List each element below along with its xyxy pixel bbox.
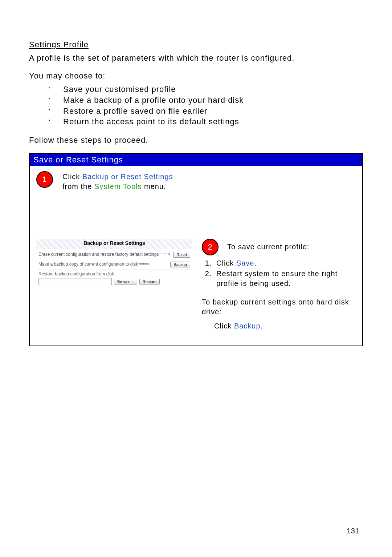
text: Click	[62, 173, 82, 181]
link-backup: Backup	[234, 322, 261, 330]
panel-row-label: Restore backup configuration from disk	[38, 271, 190, 277]
link-backup-or-reset: Backup or Reset Settings	[82, 173, 173, 181]
menu-system-tools: System Tools	[94, 182, 142, 190]
save-steps-list: Click Save. Restart system to ensure the…	[214, 258, 356, 288]
panel-row-label: Make a backup copy of current configurat…	[38, 262, 168, 267]
panel-row-label: Erase current configuration and restore …	[38, 252, 171, 257]
text: Click	[216, 259, 236, 267]
reset-button[interactable]: Reset	[173, 252, 190, 258]
instruction-box: Save or Reset Settings 1 Click Backup or…	[29, 153, 363, 346]
panel-row-backup: Make a backup copy of current configurat…	[38, 260, 191, 270]
list-item: Restart system to ensure the right profi…	[214, 269, 356, 288]
step-1-text: Click Backup or Reset Settings from the …	[62, 172, 173, 191]
link-save: Save	[236, 259, 254, 267]
step-2: 2 To save current profile: Click Save. R…	[202, 239, 356, 331]
panel-row-reset: Erase current configuration and restore …	[38, 250, 191, 260]
file-path-input[interactable]	[38, 278, 112, 285]
backup-step: Click Backup.	[214, 321, 356, 331]
text: menu.	[142, 182, 166, 190]
backup-intro: To backup current settings onto hard dis…	[202, 297, 356, 317]
panel-title: Backup or Reset Settings	[36, 239, 192, 249]
list-item: Make a backup of a profile onto your har…	[47, 95, 363, 106]
choices-list: Save your customised profile Make a back…	[47, 84, 363, 127]
text: Click	[214, 322, 234, 330]
step-badge-2: 2	[202, 239, 219, 255]
restore-button[interactable]: Restore	[139, 279, 160, 284]
text: .	[261, 322, 263, 330]
panel-row-restore: Restore backup configuration from disk B…	[38, 270, 191, 287]
settings-panel-screenshot: Backup or Reset Settings Erase current c…	[36, 239, 192, 289]
list-item: Save your customised profile	[47, 84, 363, 95]
choose-intro: You may choose to:	[29, 71, 363, 81]
text: .	[254, 259, 257, 267]
intro-paragraph: A profile is the set of parameters with …	[29, 53, 363, 64]
save-intro: To save current profile:	[227, 242, 309, 252]
backup-button[interactable]: Backup	[170, 262, 190, 267]
step-1: 1 Click Backup or Reset Settings from th…	[36, 171, 356, 191]
list-item: Return the access point to its default s…	[47, 116, 363, 127]
section-title: Settings Profile	[29, 40, 363, 49]
browse-button[interactable]: Browse...	[114, 279, 137, 284]
step-badge-1: 1	[36, 171, 53, 188]
follow-paragraph: Follow these steps to proceed.	[29, 135, 363, 146]
list-item: Restore a profile saved on file earlier	[47, 106, 363, 117]
list-item: Click Save.	[214, 258, 356, 268]
box-header: Save or Reset Settings	[30, 154, 362, 166]
page-number: 131	[347, 527, 359, 535]
text: from the	[62, 182, 94, 190]
